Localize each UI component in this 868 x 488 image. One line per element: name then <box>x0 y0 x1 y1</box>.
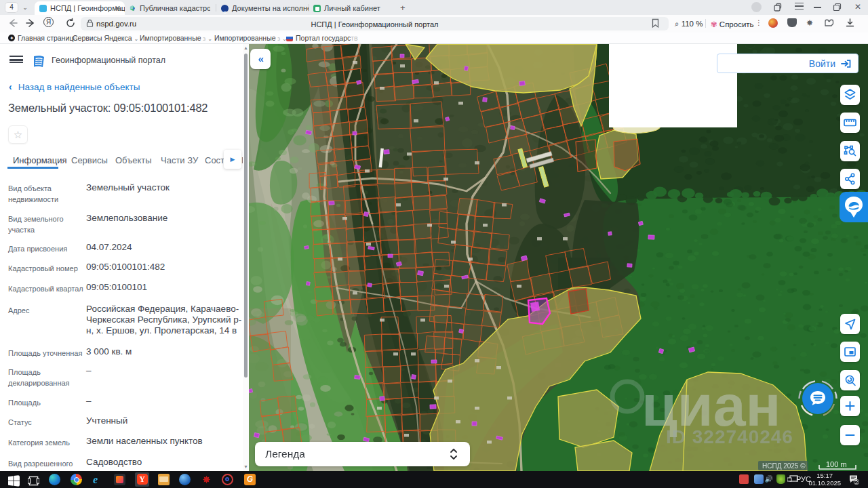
svg-text:2: 2 <box>855 479 858 485</box>
svg-text:ID 322740246: ID 322740246 <box>666 426 793 447</box>
svg-text:НСПД 2025 ©: НСПД 2025 © <box>762 462 806 470</box>
svg-text:100 m: 100 m <box>826 460 847 468</box>
